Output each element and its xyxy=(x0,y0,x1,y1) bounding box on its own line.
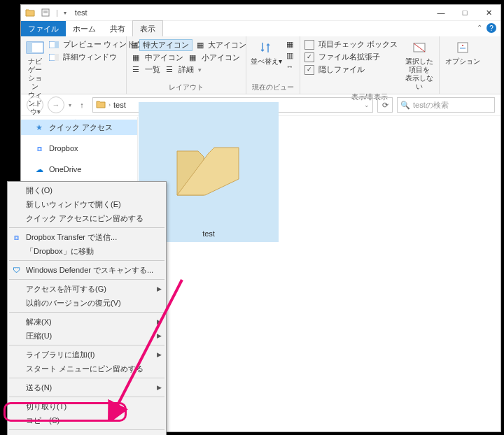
ribbon-group-label: 現在のビュー xyxy=(251,83,295,92)
submenu-arrow-icon: ▶ xyxy=(157,384,162,391)
maximize-button[interactable]: □ xyxy=(453,5,477,20)
collapse-ribbon-icon[interactable]: ⌃ xyxy=(477,24,482,31)
refresh-button[interactable]: ⟳ xyxy=(377,97,393,113)
nav-dropbox[interactable]: ⧈Dropbox xyxy=(21,141,137,156)
ctx-item[interactable]: 新しいウィンドウで開く(E) xyxy=(8,197,166,211)
folder-label: test xyxy=(202,229,215,238)
tab-file[interactable]: ファイル xyxy=(21,21,66,36)
cloud-icon: ☁ xyxy=(34,164,45,175)
sort-button[interactable]: 並べ替え▾ xyxy=(251,39,282,66)
ctx-item[interactable]: 送る(N)▶ xyxy=(8,380,166,394)
submenu-arrow-icon: ▶ xyxy=(157,351,162,358)
help-icon[interactable]: ? xyxy=(486,23,496,33)
properties-icon[interactable] xyxy=(41,8,50,17)
defender-icon: 🛡 xyxy=(10,264,22,276)
ctx-item[interactable]: 切り取り(T) xyxy=(8,399,166,413)
layout-xl-button[interactable]: 特大アイコン xyxy=(139,39,192,51)
ribbon-group-showhide: 項目チェック ボックス ✓ファイル名拡張子 ✓隠しファイル 選択した項目を 表示… xyxy=(300,36,440,94)
group-by-icon[interactable]: ▦ xyxy=(285,39,295,49)
dropbox-icon: ⧈ xyxy=(34,143,45,154)
svg-rect-11 xyxy=(458,43,468,52)
layout-m-button[interactable]: 中アイコン xyxy=(145,52,183,63)
svg-rect-6 xyxy=(55,41,59,48)
ctx-item[interactable]: アクセスを許可する(G)▶ xyxy=(8,282,166,296)
history-dropdown-icon[interactable]: ▾ xyxy=(69,102,71,108)
add-column-icon[interactable]: ▥ xyxy=(285,50,295,60)
layout-l-button[interactable]: 大アイコン xyxy=(208,40,246,50)
path-segment[interactable]: test xyxy=(113,101,126,109)
ctx-item[interactable]: Dropbox Transfer で送信...⧈ xyxy=(8,230,166,244)
ribbon-group-current: 並べ替え▾ ▦ ▥ ↔ 現在のビュー xyxy=(246,36,300,94)
folder-icon xyxy=(25,8,35,17)
window-title: test xyxy=(71,8,429,17)
tab-share[interactable]: 共有 xyxy=(103,21,132,36)
ribbon-group-options: オプション xyxy=(440,36,486,94)
ribbon-group-label: レイアウト xyxy=(131,83,241,92)
titlebar: | ▾ test — □ ✕ xyxy=(21,5,500,21)
ctx-item[interactable]: 開く(O) xyxy=(8,183,166,197)
ctx-item[interactable]: ライブラリに追加(I)▶ xyxy=(8,348,166,362)
checkbox-ext[interactable]: ✓ xyxy=(304,52,314,62)
nav-onedrive[interactable]: ☁OneDrive xyxy=(21,162,137,177)
tab-home[interactable]: ホーム xyxy=(66,21,103,36)
ctx-item[interactable]: スタート メニューにピン留めする xyxy=(8,362,166,376)
close-button[interactable]: ✕ xyxy=(477,5,500,20)
ribbon-group-layout: ▦特大アイコン▦大アイコン ▦中アイコン▦小アイコン ☰一覧☰詳細▾ レイアウト xyxy=(127,36,246,94)
ctx-item[interactable]: クイック アクセスにピン留めする xyxy=(8,211,166,225)
back-button[interactable]: ← xyxy=(27,97,43,113)
svg-rect-4 xyxy=(27,42,32,53)
ctx-item[interactable]: 以前のバージョンの復元(V) xyxy=(8,296,166,310)
svg-rect-8 xyxy=(55,54,59,61)
ctx-item[interactable]: 「Dropbox」に移動 xyxy=(8,244,166,258)
search-placeholder: testの検索 xyxy=(413,100,449,110)
qat-dropdown-icon[interactable]: ▾ xyxy=(64,10,66,16)
ribbon: ナビゲーション ウィンドウ▾ プレビュー ウィンドウ 詳細ウィンドウ ペイン ▦… xyxy=(21,36,500,94)
minimize-button[interactable]: — xyxy=(429,5,453,20)
ctx-item[interactable]: コピー(C) xyxy=(8,413,166,427)
submenu-arrow-icon: ▶ xyxy=(157,332,162,339)
context-menu: 開く(O)新しいウィンドウで開く(E)クイック アクセスにピン留めするDropb… xyxy=(7,181,167,435)
options-button[interactable]: オプション xyxy=(444,39,482,66)
checkbox-itemcheck[interactable] xyxy=(304,40,314,50)
ctx-item[interactable]: 圧縮(U)▶ xyxy=(8,329,166,343)
checkbox-hidden[interactable]: ✓ xyxy=(304,65,314,75)
nav-quick-access[interactable]: ★クイック アクセス xyxy=(21,120,137,135)
tab-view[interactable]: 表示 xyxy=(132,20,163,36)
up-button[interactable]: ↑ xyxy=(76,99,88,111)
search-box[interactable]: 🔍 testの検索 xyxy=(397,97,495,113)
ctx-item[interactable]: 解凍(X)▶ xyxy=(8,315,166,329)
fit-column-icon[interactable]: ↔ xyxy=(285,62,295,71)
dropbox-icon: ⧈ xyxy=(10,231,22,243)
submenu-arrow-icon: ▶ xyxy=(157,285,162,292)
forward-button[interactable]: → xyxy=(48,97,64,113)
ctx-item[interactable]: ショートカットの作成(S) xyxy=(8,432,166,435)
star-icon: ★ xyxy=(34,122,45,133)
hide-selected-button[interactable]: 選択した項目を 表示しない xyxy=(403,39,435,91)
layout-list-button[interactable]: 一覧 xyxy=(145,64,160,75)
path-dropdown-icon[interactable]: ⌄ xyxy=(364,101,370,108)
ctx-item[interactable]: Windows Defender でスキャンする...🛡 xyxy=(8,263,166,277)
folder-icon xyxy=(96,100,106,110)
ribbon-tabs: ファイル ホーム 共有 表示 ⌃ ? xyxy=(21,21,500,36)
svg-point-12 xyxy=(462,45,463,46)
ribbon-group-pane: ナビゲーション ウィンドウ▾ プレビュー ウィンドウ 詳細ウィンドウ ペイン xyxy=(21,36,127,94)
folder-large-icon xyxy=(167,137,251,207)
search-icon: 🔍 xyxy=(400,101,410,110)
qat-divider: | xyxy=(56,8,58,17)
layout-s-button[interactable]: 小アイコン xyxy=(202,52,240,63)
submenu-arrow-icon: ▶ xyxy=(157,318,162,325)
layout-detail-button[interactable]: 詳細 xyxy=(178,64,194,75)
